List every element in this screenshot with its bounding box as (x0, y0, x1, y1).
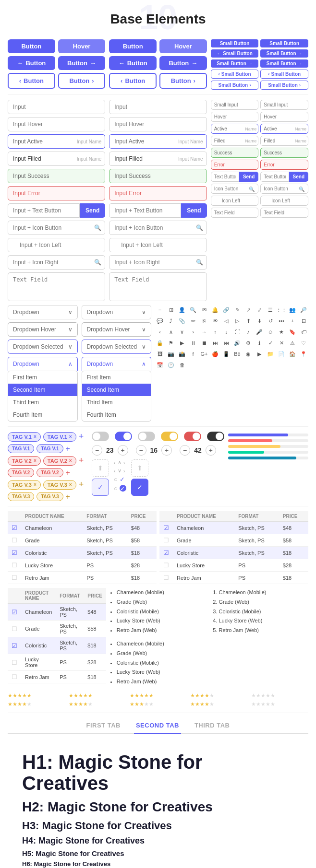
icon-share[interactable]: ⤴ (166, 316, 176, 326)
icon-info[interactable]: ℹ (255, 338, 264, 348)
button-primary-2[interactable]: Button (109, 39, 157, 53)
icon-check[interactable]: ✓ (266, 338, 275, 348)
icon-facebook[interactable]: f (188, 349, 198, 359)
small-text-btn[interactable] (211, 172, 239, 182)
dropdown-item-first-left[interactable]: First Item (8, 371, 77, 384)
small-success-1[interactable] (211, 148, 259, 158)
tag-v2-1[interactable]: TAG V.2 × (8, 456, 41, 466)
checkbox-unchecked-3-t3[interactable]: ☐ (12, 673, 17, 680)
icon-file[interactable]: 📄 (277, 349, 286, 359)
input-icon-btn-2[interactable] (109, 221, 207, 235)
tag-add-3[interactable]: + (79, 456, 84, 466)
icon-dribbble[interactable]: ◉ (243, 349, 253, 359)
tag-v2-2[interactable]: TAG V.2 × (43, 456, 76, 466)
checkbox-unchecked-2-t2[interactable]: ☐ (163, 562, 169, 569)
icon-grid[interactable]: ⊞ (166, 305, 176, 315)
upload-area-active-2[interactable]: ✓ (131, 479, 148, 496)
dropdown-default-mid[interactable]: Dropdown ∨ (82, 305, 152, 319)
icon-pause[interactable]: ⏸ (188, 338, 198, 348)
icon-folder[interactable]: 📁 (266, 349, 275, 359)
icon-stop[interactable]: ⏹ (199, 338, 209, 348)
tag-v1-1[interactable]: TAG V.1 × (8, 432, 41, 442)
toggle-off-1[interactable] (92, 432, 109, 441)
icon-zoom[interactable]: 🔎 (299, 305, 308, 315)
icon-star[interactable]: ★ (277, 327, 286, 337)
tab-first[interactable]: FIRST TAB (85, 718, 122, 734)
icon-emoji[interactable]: ☺ (266, 327, 275, 337)
text-field-left[interactable] (8, 272, 105, 301)
button-primary[interactable]: Button (8, 39, 55, 53)
dropdown-item-first-mid[interactable]: First Item (82, 371, 151, 384)
small-button-outline-1[interactable]: ‹ Small Button (211, 70, 259, 79)
icon-google-plus[interactable]: G+ (199, 349, 209, 359)
dropdown-hover-mid[interactable]: Dropdown Hover ∨ (82, 322, 152, 337)
small-send-btn-1[interactable]: Send (239, 172, 258, 182)
icon-chevron-up[interactable]: ∧ (166, 327, 176, 337)
toggle-on-dark[interactable] (207, 432, 224, 441)
input-default[interactable] (8, 100, 105, 114)
tag-close-4[interactable]: × (69, 458, 72, 463)
send-button[interactable]: Send (80, 203, 105, 218)
dropdown-hover-left[interactable]: Dropdown Hover ∨ (8, 322, 78, 337)
input-icon-btn[interactable] (8, 221, 105, 235)
tag-add-1[interactable]: + (79, 432, 84, 442)
stepper-minus-1[interactable]: − (92, 445, 102, 456)
icon-chevron-down[interactable]: ∨ (177, 327, 187, 337)
icon-search[interactable]: 🔍 (188, 305, 198, 315)
tag-v1-2[interactable]: TAG V.1 × (43, 432, 76, 442)
nav-next[interactable]: › (123, 460, 125, 466)
icon-phone[interactable]: 📱 (221, 349, 231, 359)
icon-arrow-up[interactable]: ↑ (210, 327, 220, 337)
icon-close[interactable]: ✕ (277, 338, 286, 348)
icon-expand[interactable]: ⤢ (255, 305, 264, 315)
dropdown-selected-left[interactable]: Dropdown Selected ∨ (8, 340, 78, 354)
icon-bell[interactable]: 🔔 (210, 305, 220, 315)
icon-apple[interactable]: 🍎 (210, 349, 220, 359)
button-outline-right-2[interactable]: Button › (159, 73, 207, 89)
dropdown-item-third-left[interactable]: Third Item (8, 396, 77, 409)
dropdown-open-header-left[interactable]: Dropdown ∧ (8, 357, 78, 371)
input-icon-left[interactable] (8, 238, 105, 252)
stepper-plus-3[interactable]: + (206, 445, 216, 456)
dropdown-item-third-mid[interactable]: Third Item (82, 396, 151, 409)
tag-add-4[interactable]: + (66, 469, 70, 477)
small-button-full-1[interactable]: Small Button → (211, 59, 259, 68)
input-text-btn-2[interactable] (109, 203, 181, 218)
icon-chevron-left[interactable]: ‹ (155, 327, 165, 337)
icon-settings[interactable]: ⚙ (243, 338, 253, 348)
tag-v1-small-1[interactable]: TAG V.1 (8, 444, 34, 453)
tab-second[interactable]: SECOND TAB (134, 718, 181, 734)
dropdown-item-second-mid[interactable]: Second Item (82, 384, 151, 396)
small-button-outline-3[interactable]: Small Button › (211, 81, 259, 90)
dropdown-item-fourth-mid[interactable]: Fourth Item (82, 409, 151, 421)
icon-apps[interactable]: ⋮⋮ (277, 305, 286, 315)
button-outline-left[interactable]: ‹ Button (8, 73, 55, 89)
tab-third[interactable]: THIRD TAB (193, 718, 232, 734)
tag-v3-small-2[interactable]: TAG V.3 (36, 492, 63, 501)
button-arrow-right[interactable]: Button → (58, 56, 106, 70)
send-button-2[interactable]: Send (181, 203, 207, 218)
nav-up[interactable]: ∧ (118, 459, 122, 466)
upload-area-2[interactable]: ⬆ (131, 459, 148, 477)
checkbox-unchecked-2-t3[interactable]: ☐ (12, 659, 17, 666)
upload-area-1[interactable]: ⬆ (92, 459, 109, 477)
input-default-2[interactable] (109, 100, 207, 114)
tag-add-2[interactable]: + (66, 445, 70, 453)
checkbox-checked-t3[interactable]: ☑ (12, 609, 17, 616)
button-hover[interactable]: Hover (58, 39, 106, 53)
icon-plus[interactable]: + (288, 316, 297, 326)
tag-add-5[interactable]: + (79, 480, 84, 490)
small-input-1[interactable] (211, 100, 259, 110)
icon-edit[interactable]: ✎ (232, 305, 242, 315)
checkbox-unchecked-3-t2[interactable]: ☐ (163, 574, 169, 581)
icon-refresh[interactable]: ↺ (266, 316, 275, 326)
button-hover-2[interactable]: Hover (159, 39, 207, 53)
icon-audio[interactable]: ♪ (243, 327, 253, 337)
stepper-minus-3[interactable]: − (180, 445, 190, 456)
input-icon-right[interactable] (8, 255, 105, 270)
tag-v3-small-1[interactable]: TAG V.3 (8, 492, 34, 501)
small-text-field-2[interactable] (260, 208, 308, 218)
dropdown-open-header-mid[interactable]: Dropdown ∧ (82, 357, 152, 371)
icon-home[interactable]: 🏠 (288, 349, 297, 359)
icon-warning[interactable]: ⚠ (288, 338, 297, 348)
